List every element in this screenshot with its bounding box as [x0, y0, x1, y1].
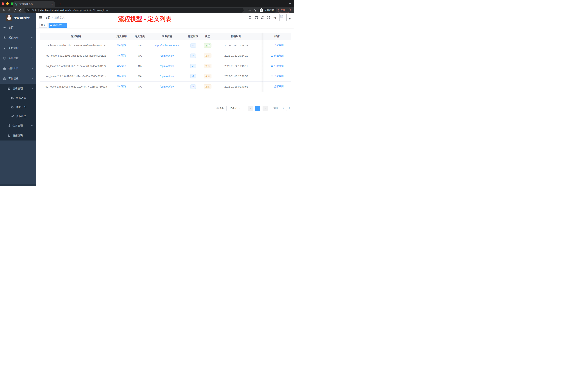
assign-rule-button[interactable]: 分配规则: [263, 44, 291, 47]
sidebar-item-3[interactable]: 基础设施: [0, 53, 36, 63]
back-icon[interactable]: [2, 9, 5, 12]
home-icon[interactable]: [19, 9, 22, 12]
briefcase-icon: [3, 77, 6, 80]
sidebar-item-0[interactable]: 首页: [0, 22, 36, 33]
cell-definition-name-link[interactable]: OA 请假: [113, 85, 131, 88]
cell-form-link[interactable]: /bpm/oa/flow: [149, 85, 185, 88]
chevron-down-icon: [31, 125, 33, 127]
sidebar-collapse-icon[interactable]: [39, 16, 42, 20]
prev-page-button[interactable]: [248, 106, 253, 111]
current-page-button[interactable]: 1: [255, 106, 260, 111]
cell-form-link[interactable]: /bpm/oa/flow: [149, 54, 185, 57]
chevron-up-icon: [31, 88, 33, 90]
user-icon: [7, 134, 10, 137]
toolbar-right: 无痕模式 更新 ⋮: [245, 8, 292, 13]
forward-icon[interactable]: [8, 9, 11, 12]
cell-version-tag: v4: [185, 54, 201, 58]
avatar-caret-icon[interactable]: [289, 18, 291, 20]
assign-rule-button[interactable]: 分配规则: [263, 64, 291, 68]
new-tab-button[interactable]: +: [57, 1, 63, 7]
tag-close-icon[interactable]: ✕: [64, 24, 65, 26]
cell-status-badge: 激活: [201, 43, 214, 48]
tag-label: 流程定义: [53, 24, 62, 27]
cell-definition-id: oa_leave:1:482ec033-762a-11ec-8477-a2380…: [40, 85, 113, 88]
reload-icon[interactable]: [13, 9, 16, 12]
chevron-down-icon: [31, 37, 33, 39]
fixed-column-divider: [263, 33, 263, 92]
main-area: 首页 / 流程定义: [36, 13, 294, 186]
col-header-actions: 操作: [263, 35, 291, 38]
assign-rule-button[interactable]: 分配规则: [263, 54, 291, 57]
cell-definition-name-link[interactable]: OA 请假: [113, 44, 131, 47]
breadcrumb-home[interactable]: 首页: [45, 16, 50, 19]
app-logo[interactable]: 芋道管理系统: [0, 13, 36, 22]
url-domain[interactable]: dashboard.yudao.iocoder.cn: [40, 9, 69, 11]
active-dot: [50, 25, 52, 26]
help-icon[interactable]: [261, 16, 264, 20]
cell-definition-name-link[interactable]: OA 请假: [113, 54, 131, 57]
screen: 芋道管理系统 ✕ +: [0, 0, 294, 186]
cell-definition-name-link[interactable]: OA 请假: [113, 65, 131, 68]
sidebar-item-6[interactable]: 流程管理: [0, 84, 36, 94]
page-size-select[interactable]: 10条/页: [226, 106, 244, 111]
cell-status-badge: 挂起: [201, 74, 214, 78]
tab-search-caret-icon[interactable]: [289, 2, 292, 5]
url-path[interactable]: /bpm/manager/definition?key=oa_leave: [69, 9, 109, 11]
browser-tab[interactable]: 芋道管理系统 ✕: [13, 1, 55, 7]
tag-1[interactable]: 流程定义✕: [49, 23, 67, 28]
cell-form-link[interactable]: /bpm/oa/flow: [149, 75, 185, 78]
sidebar-item-10[interactable]: 任务管理: [0, 121, 36, 131]
close-window-button[interactable]: [2, 2, 4, 5]
next-page-button[interactable]: [262, 106, 268, 111]
incognito-icon: [260, 8, 263, 12]
sidebar-item-9[interactable]: 流程模型: [0, 112, 36, 121]
sidebar-item-5[interactable]: 工作流程: [0, 74, 36, 84]
cell-definition-name-link[interactable]: OA 请假: [113, 75, 131, 78]
chevron-down-icon: [31, 47, 33, 49]
sidebar-item-2[interactable]: 支付管理: [0, 43, 36, 53]
col-header-4: 流程版本: [185, 35, 201, 38]
avatar[interactable]: [279, 14, 287, 21]
form-icon: [11, 97, 14, 99]
bookmark-star-icon[interactable]: [253, 9, 256, 12]
cell-category: OA: [131, 65, 149, 67]
incognito-chip: 无痕模式: [259, 8, 276, 12]
cell-form-link[interactable]: /bpm/oa/flow: [149, 65, 185, 67]
tag-0[interactable]: 首页: [39, 23, 47, 28]
search-icon[interactable]: [249, 16, 252, 20]
cell-version-tag: v3: [185, 64, 201, 68]
task-tree-icon: [7, 124, 10, 127]
url-divider: [38, 9, 39, 11]
sidebar-item-1[interactable]: 系统管理: [0, 33, 36, 43]
cell-version-tag: v2: [185, 74, 201, 78]
zoom-window-button[interactable]: [11, 2, 13, 5]
pagination-bar: 共 5 条 10条/页 1 前往: [40, 106, 291, 111]
breadcrumb-separator: /: [52, 16, 53, 19]
github-icon[interactable]: [255, 16, 258, 20]
tags-view-bar: 首页流程定义✕: [36, 22, 294, 28]
tag-label: 首页: [41, 24, 46, 27]
sidebar-bottom-strip: [0, 184, 36, 186]
sidebar-item-4[interactable]: 研发工具: [0, 63, 36, 74]
top-navbar: 首页 / 流程定义: [36, 13, 294, 22]
password-key-icon[interactable]: [248, 9, 251, 12]
font-size-icon[interactable]: TT: [273, 16, 277, 20]
tab-close-icon[interactable]: ✕: [51, 3, 53, 6]
cell-definition-id: oa_leave:5:004b710b-7b8a-11ec-8ef0-acde4…: [40, 44, 113, 47]
url-bar[interactable]: 不安全 dashboard.yudao.iocoder.cn/bpm/manag…: [24, 8, 244, 12]
security-label[interactable]: 不安全: [30, 9, 37, 12]
browser-menu-icon[interactable]: ⋮: [287, 9, 289, 11]
goto-page-input[interactable]: [280, 106, 287, 111]
sidebar-item-8[interactable]: 用户分组: [0, 103, 36, 112]
cell-form-link[interactable]: /bpm/oa/leave/create: [149, 44, 185, 47]
update-button[interactable]: 更新 ⋮: [278, 8, 291, 13]
assign-rule-button[interactable]: 分配规则: [263, 75, 291, 78]
page-size-value: 10条/页: [230, 107, 237, 110]
fullscreen-icon[interactable]: [267, 16, 271, 20]
minimize-window-button[interactable]: [6, 2, 9, 5]
assign-rule-button[interactable]: 分配规则: [263, 85, 291, 88]
table-header-row: 定义编号定义名称定义分类表单信息流程版本状态部署时间操作: [40, 33, 291, 40]
sidebar-item-7[interactable]: 流程表单: [0, 94, 36, 103]
sidebar-item-11[interactable]: 请假查询: [0, 131, 36, 141]
logo-rabbit-image: [6, 15, 12, 21]
